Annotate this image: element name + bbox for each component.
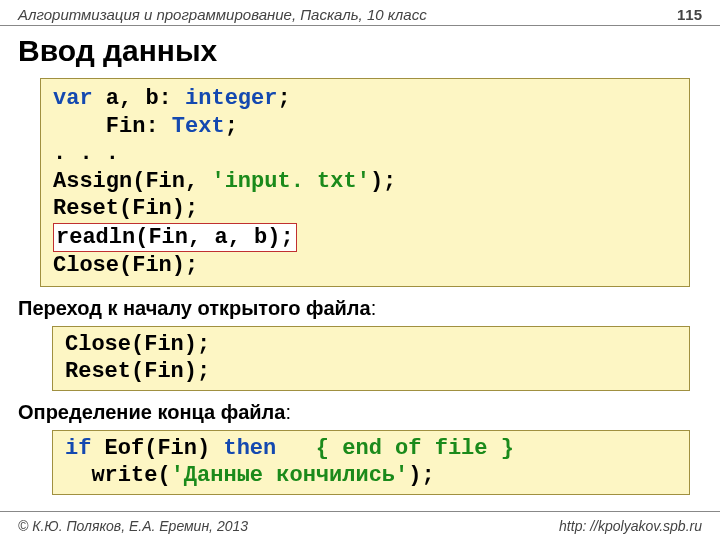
source-link[interactable]: http: //kpolyakov.spb.ru [559,518,702,534]
keyword-var: var [53,86,93,111]
section-label-2: Определение конца файла: [0,391,720,430]
code-line: write('Данные кончились'); [65,462,677,490]
keyword-text: Text [172,114,225,139]
subject-title: Алгоритмизация и программирование, Паска… [18,6,427,23]
section-label-1: Переход к началу открытого файла: [0,287,720,326]
code-line: Assign(Fin, 'input. txt'); [53,168,677,196]
code-block-main: var a, b: integer; Fin: Text; . . . Assi… [40,78,690,287]
copyright-text: © К.Ю. Поляков, Е.А. Еремин, 2013 [18,518,248,534]
code-line: readln(Fin, a, b); [53,223,677,253]
footer-bar: © К.Ю. Поляков, Е.А. Еремин, 2013 http: … [0,511,720,540]
page-title: Ввод данных [0,26,720,78]
code-line: Reset(Fin); [65,358,677,386]
comment: { end of file } [316,436,514,461]
keyword-integer: integer [185,86,277,111]
code-line: Reset(Fin); [53,195,677,223]
keyword-then: then [223,436,276,461]
string-literal: 'input. txt' [211,169,369,194]
page-number: 115 [677,6,702,23]
code-line: Close(Fin); [65,331,677,359]
highlighted-code: readln(Fin, a, b); [53,223,297,253]
string-literal: 'Данные кончились' [171,463,409,488]
code-line: . . . [53,140,677,168]
code-block-eof: if Eof(Fin) then { end of file } write('… [52,430,690,495]
keyword-if: if [65,436,91,461]
code-line: if Eof(Fin) then { end of file } [65,435,677,463]
code-line: var a, b: integer; [53,85,677,113]
code-line: Close(Fin); [53,252,677,280]
header-bar: Алгоритмизация и программирование, Паска… [0,0,720,26]
code-line: Fin: Text; [53,113,677,141]
code-block-reset: Close(Fin); Reset(Fin); [52,326,690,391]
